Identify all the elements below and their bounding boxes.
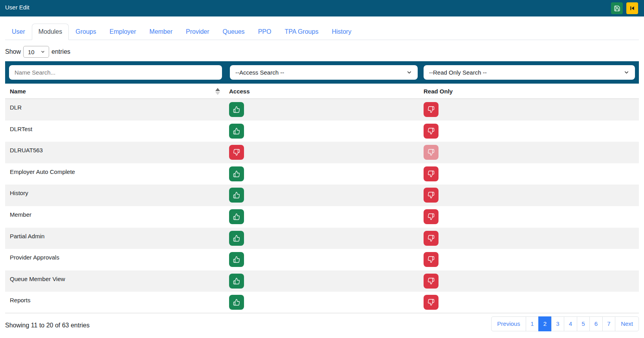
page-button[interactable]: 5 [577, 316, 590, 331]
module-name-cell: Member [5, 206, 224, 228]
module-name-cell: DLRTest [5, 121, 224, 142]
readonly-cell [419, 228, 639, 249]
access-cell [224, 292, 419, 313]
column-header-access[interactable]: Access [224, 84, 419, 99]
thumbs-up-icon[interactable] [229, 166, 244, 181]
thumbs-up-icon[interactable] [229, 209, 244, 224]
access-search-value: --Access Search -- [235, 69, 406, 76]
table-body: DLR DLRTest [5, 99, 639, 313]
table-row: Partial Admin [5, 228, 639, 249]
thumbs-up-icon[interactable] [229, 274, 244, 289]
modules-table: Name Access Read Only DLR [5, 84, 639, 313]
access-cell [224, 99, 419, 121]
table-header-row: Name Access Read Only [5, 84, 639, 99]
chevron-down-icon [406, 69, 412, 75]
access-cell [224, 163, 419, 185]
module-name-cell: Reports [5, 292, 224, 313]
column-header-name[interactable]: Name [5, 84, 224, 99]
table-row: DLR [5, 99, 639, 121]
page-button[interactable]: 2 [538, 316, 552, 331]
access-cell [224, 185, 419, 206]
top-header-bar: User Edit [0, 0, 644, 16]
module-name-cell: Employer Auto Complete [5, 163, 224, 185]
tab[interactable]: Modules [32, 24, 69, 40]
topbar-actions [611, 2, 638, 14]
readonly-cell [419, 99, 639, 121]
entries-count-value: 10 [28, 49, 40, 55]
tab[interactable]: User [5, 24, 32, 40]
entries-label: entries [51, 48, 70, 55]
access-cell [224, 228, 419, 249]
sort-ascending-icon [215, 88, 220, 95]
thumbs-up-icon[interactable] [229, 188, 244, 203]
tab-bar: User Modules Groups Employer Member Prov… [5, 24, 639, 40]
show-entries-control: Show 10 entries [5, 46, 639, 58]
tab[interactable]: Groups [69, 24, 103, 40]
tab[interactable]: TPA Groups [278, 24, 325, 40]
thumbs-down-icon[interactable] [424, 188, 439, 203]
page-button[interactable]: Next [615, 316, 639, 331]
access-cell [224, 142, 419, 163]
save-button[interactable] [611, 2, 623, 14]
table-row: Employer Auto Complete [5, 163, 639, 185]
pagination: Previous 1 2 3 4 5 6 7 Next [491, 316, 639, 331]
tab[interactable]: Member [143, 24, 179, 40]
readonly-cell [419, 142, 639, 163]
page-button[interactable]: 4 [564, 316, 577, 331]
thumbs-down-icon[interactable] [424, 102, 439, 117]
page-button[interactable]: Previous [491, 316, 526, 331]
thumbs-down-icon[interactable] [424, 166, 439, 181]
thumbs-up-icon[interactable] [229, 124, 244, 139]
save-icon [614, 5, 620, 12]
tab[interactable]: Provider [179, 24, 216, 40]
module-name-cell: History [5, 185, 224, 206]
module-name-cell: Provider Approvals [5, 249, 224, 270]
page-title: User Edit [5, 4, 29, 11]
readonly-cell [419, 292, 639, 313]
thumbs-down-icon[interactable] [424, 209, 439, 224]
thumbs-down-icon[interactable] [424, 252, 439, 267]
thumbs-down-icon[interactable] [424, 231, 439, 246]
readonly-cell [419, 121, 639, 142]
module-name-cell: Queue Member View [5, 270, 224, 292]
page-button[interactable]: 7 [602, 316, 616, 331]
table-row: History [5, 185, 639, 206]
tab[interactable]: PPO [251, 24, 278, 40]
thumbs-up-icon[interactable] [229, 102, 244, 117]
tab[interactable]: History [325, 24, 358, 40]
module-name-cell: DLR [5, 99, 224, 121]
chevron-down-icon [40, 49, 45, 54]
thumbs-up-icon[interactable] [229, 295, 244, 310]
back-button[interactable] [626, 2, 638, 14]
name-search-input[interactable] [9, 65, 222, 80]
column-header-name-label: Name [10, 88, 26, 95]
table-row: Reports [5, 292, 639, 313]
column-header-readonly-label: Read Only [424, 88, 453, 95]
chevron-down-icon [624, 69, 629, 75]
table-row: Provider Approvals [5, 249, 639, 270]
readonly-search-select[interactable]: --Read Only Search -- [424, 65, 635, 80]
tab[interactable]: Queues [216, 24, 251, 40]
thumbs-down-icon[interactable] [424, 145, 439, 160]
page-button[interactable]: 6 [589, 316, 603, 331]
access-cell [224, 249, 419, 270]
readonly-cell [419, 206, 639, 228]
readonly-cell [419, 185, 639, 206]
access-search-select[interactable]: --Access Search -- [230, 65, 418, 80]
show-label: Show [5, 48, 21, 55]
entries-count-select[interactable]: 10 [23, 46, 49, 58]
page-button[interactable]: 1 [526, 316, 539, 331]
column-header-readonly[interactable]: Read Only [419, 84, 639, 99]
table-row: Member [5, 206, 639, 228]
thumbs-down-icon[interactable] [424, 274, 439, 289]
page-button[interactable]: 3 [551, 316, 565, 331]
module-name-cell: DLRUAT563 [5, 142, 224, 163]
thumbs-up-icon[interactable] [229, 231, 244, 246]
thumbs-down-icon[interactable] [229, 145, 244, 160]
showing-entries-status: Showing 11 to 20 of 63 entries [5, 322, 90, 329]
table-row: DLRUAT563 [5, 142, 639, 163]
thumbs-down-icon[interactable] [424, 295, 439, 310]
thumbs-up-icon[interactable] [229, 252, 244, 267]
tab[interactable]: Employer [103, 24, 143, 40]
thumbs-down-icon[interactable] [424, 124, 439, 139]
